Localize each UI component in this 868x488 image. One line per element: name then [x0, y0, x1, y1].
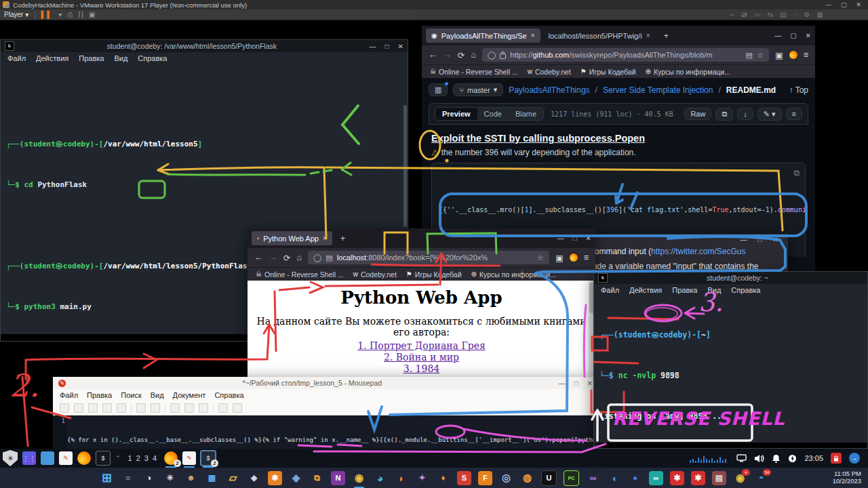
cut-icon[interactable] — [170, 403, 180, 413]
menu-item[interactable]: Вид — [707, 286, 721, 294]
breadcrumb-folder[interactable]: Server Side Template Injection — [603, 85, 713, 95]
taskbar-icon[interactable]: ◉ — [352, 471, 366, 485]
save-as-icon[interactable] — [102, 403, 112, 413]
workspace-number[interactable]: 3 — [144, 454, 149, 462]
workspace-number[interactable]: 2 — [136, 454, 140, 462]
vmware-close-button[interactable]: ✕ — [856, 1, 861, 8]
maximize-button[interactable]: □ — [574, 380, 578, 387]
menu-item[interactable]: Файл — [601, 286, 619, 294]
open-file-icon[interactable] — [74, 403, 83, 413]
close-button[interactable]: ✕ — [587, 380, 593, 387]
taskbar-icon[interactable]: ▤ — [712, 471, 726, 485]
terminal-launcher-icon[interactable]: $ — [96, 451, 111, 466]
close-doc-icon[interactable] — [117, 403, 126, 413]
taskbar-icon[interactable]: ✱ — [670, 471, 684, 485]
book-link-1[interactable]: 1. Портрет Дориана Грея — [248, 340, 595, 351]
mousepad-editor[interactable]: 1 {% for x in ().__class__.__base__.__su… — [53, 415, 598, 449]
view-switcher[interactable]: Preview Code Blame — [435, 107, 544, 121]
tab-preview[interactable]: Preview — [435, 108, 477, 120]
running-firefox-icon[interactable]: 2 — [164, 451, 178, 465]
url-bar[interactable]: ◯ ▤ localhost:8080/index?book={%%20for%2… — [308, 251, 549, 264]
taskbar-icon[interactable]: ◉A — [733, 471, 747, 485]
firefox-launcher-icon[interactable] — [77, 451, 91, 465]
bookmark-item[interactable]: ⊕ Курсы по информаци... — [646, 68, 730, 76]
panel-caret-icon[interactable]: ⌃ — [115, 455, 121, 462]
bookmark-item[interactable]: w Codeby.net — [528, 68, 571, 76]
minimize-button[interactable]: — — [557, 235, 564, 242]
new-file-icon[interactable] — [60, 403, 69, 413]
taskbar-icon[interactable]: ∞ — [649, 471, 663, 485]
mousepad-launcher-icon[interactable]: ✎ — [59, 451, 73, 465]
taskbar-icon[interactable]: ◈ — [289, 471, 303, 485]
taskbar-icon[interactable]: ◕ — [373, 471, 387, 485]
bookmark-item[interactable]: ⚑ Игры Кодебай — [580, 68, 636, 76]
url-bar[interactable]: ◯ https://github.com/swisskyrepo/Payload… — [482, 48, 769, 62]
taskbar-icon[interactable]: ⧉ — [310, 471, 324, 485]
tab-blame[interactable]: Blame — [509, 108, 543, 120]
vmware-maximize-button[interactable]: ▢ — [841, 1, 847, 8]
player-menu[interactable]: Player ▾ — [4, 11, 28, 18]
pause-vm-button[interactable]: ▍▍ — [41, 11, 53, 18]
bookmark-star-icon[interactable]: ☆ — [757, 51, 764, 60]
menu-item[interactable]: Файл — [7, 54, 26, 62]
maximize-button[interactable]: ▢ — [790, 32, 796, 39]
maximize-button[interactable]: □ — [385, 43, 389, 50]
menu-item[interactable]: Правка — [672, 286, 697, 294]
minimize-button[interactable]: — — [559, 380, 566, 387]
paste-icon[interactable] — [199, 403, 208, 413]
bell-icon[interactable] — [772, 454, 781, 463]
bookmark-item[interactable]: ☠ Online - Reverse Shell ... — [430, 68, 518, 76]
extension-shield-icon[interactable]: ▣ — [775, 50, 783, 60]
close-button[interactable]: ✕ — [586, 235, 591, 242]
new-tab-button[interactable]: + — [658, 30, 675, 41]
taskbar-icon[interactable]: ♦ — [436, 471, 450, 485]
menu-icon[interactable]: ≡ — [804, 50, 808, 60]
workspace-number[interactable]: 1 — [128, 454, 132, 462]
app-menu-icon[interactable]: ⋮⋮ — [22, 451, 36, 465]
new-tab-button[interactable]: + — [335, 233, 351, 243]
download-icon[interactable]: ↓ — [737, 108, 753, 120]
bookmark-item[interactable]: ⚑ Игры Кодебай — [406, 270, 462, 279]
codeby-logo-icon[interactable]: ✳ — [3, 450, 18, 466]
back-icon[interactable]: ← — [429, 50, 437, 60]
taskbar-icon[interactable]: ◆ — [247, 471, 261, 485]
extension-shield-icon[interactable]: ▣ — [555, 253, 564, 263]
twitter-link[interactable]: https://twitter.com/SecGus — [651, 247, 745, 256]
outline-icon[interactable]: ≡ — [786, 108, 802, 120]
scrollbar[interactable] — [403, 105, 407, 227]
taskbar-icon[interactable]: ◎ — [499, 471, 513, 485]
minimize-button[interactable]: — — [370, 43, 376, 50]
taskbar-icon[interactable]: ◍ — [520, 471, 534, 485]
tab-payloadsallthethings[interactable]: ◉ PayloadsAllTheThings/Se× — [426, 28, 540, 43]
taskbar-icon[interactable]: S — [457, 471, 471, 485]
home-icon[interactable]: ⌂ — [471, 50, 476, 60]
taskbar-icon[interactable]: ◗ — [394, 471, 408, 485]
undo-icon[interactable] — [136, 403, 146, 413]
tab-close-icon[interactable]: × — [531, 32, 535, 39]
book-link-3[interactable]: 3. 1984 — [248, 363, 595, 374]
replace-icon[interactable] — [233, 403, 242, 413]
vm-clock[interactable]: 23:05 — [804, 454, 823, 462]
power-icon[interactable] — [788, 454, 797, 463]
workspace-switcher[interactable]: 1234 — [128, 454, 157, 462]
mousepad-titlebar[interactable]: ✎ *~/Рабочий стол/tmp_lesson_5 - Mousepa… — [53, 377, 598, 389]
firefox-account-icon[interactable] — [789, 51, 797, 59]
edit-icon[interactable]: ✎ ▾ — [757, 108, 782, 121]
bookmark-item[interactable]: ⊕ Курсы по информаци... — [471, 270, 556, 279]
copy-code-icon[interactable]: ⧉ — [793, 167, 800, 179]
pause-dropdown[interactable]: ▾ — [58, 11, 62, 18]
taskbar-icon[interactable]: ◖ — [607, 471, 621, 485]
menu-item[interactable]: Вид — [151, 391, 164, 399]
menu-item[interactable]: Справка — [138, 54, 167, 62]
taskbar-icon[interactable]: U — [541, 470, 557, 486]
menu-item[interactable]: Файл — [60, 391, 78, 399]
tab-close-icon[interactable]: × — [323, 235, 327, 242]
raw-button[interactable]: Raw — [684, 108, 711, 120]
volume-icon[interactable] — [754, 454, 764, 463]
menu-item[interactable]: Справка — [214, 391, 243, 399]
taskbar-icon[interactable]: ✦ — [415, 471, 429, 485]
close-button[interactable]: ✕ — [398, 43, 403, 50]
menu-item[interactable]: Поиск — [121, 391, 141, 399]
tab-localhost-phptwig[interactable]: localhost/lesson5/PHPTwig/i× — [543, 28, 656, 43]
taskbar-icon[interactable]: ▦ — [205, 471, 219, 485]
